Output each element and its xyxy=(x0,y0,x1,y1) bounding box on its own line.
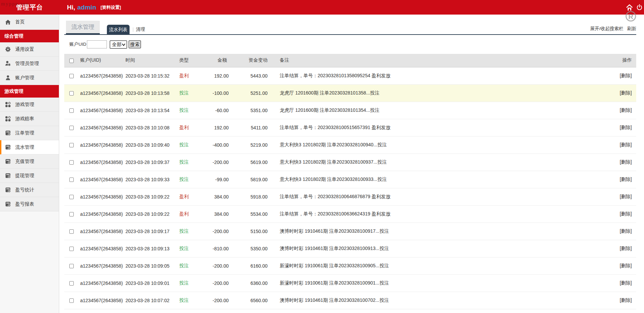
delete-link[interactable]: [删除] xyxy=(620,194,632,199)
col-account: 账户(UID) xyxy=(80,54,125,67)
row-checkbox[interactable] xyxy=(69,247,74,251)
sidebar-item-label: 充值管理 xyxy=(15,159,34,165)
row-checkbox[interactable] xyxy=(69,126,74,130)
cell-account: a1234567(2643858) xyxy=(80,188,125,205)
user-icon xyxy=(5,75,11,81)
gear-icon xyxy=(5,46,11,52)
delete-link[interactable]: [删除] xyxy=(620,107,632,113)
sidebar-item-home[interactable]: 首页 xyxy=(0,15,59,30)
table-row: a1234567(2643858) 2023-03-28 10:09:22 盈利… xyxy=(64,188,636,205)
card-icon xyxy=(5,159,11,164)
sidebar-item-general-settings[interactable]: 通用设置 xyxy=(0,42,59,57)
delete-link[interactable]: [删除] xyxy=(620,142,632,147)
search-button[interactable]: 搜索 xyxy=(129,40,141,48)
row-checkbox[interactable] xyxy=(69,143,74,147)
row-checkbox[interactable] xyxy=(69,281,74,286)
sidebar-item-game-manage[interactable]: 游戏管理 xyxy=(0,98,59,112)
cell-balance: 5619.00 xyxy=(229,153,268,171)
delete-link[interactable]: [删除] xyxy=(620,280,632,286)
row-checkbox[interactable] xyxy=(69,264,74,268)
cell-account: a1234567(2643858) xyxy=(80,205,125,223)
delete-link[interactable]: [删除] xyxy=(620,90,632,96)
delete-link[interactable]: [删除] xyxy=(620,159,632,165)
cell-type: 盈利 xyxy=(179,205,203,223)
home-icon[interactable] xyxy=(626,4,632,11)
sidebar-item-recharge-manage[interactable]: 充值管理 xyxy=(0,154,59,169)
power-icon[interactable] xyxy=(636,4,642,11)
sidebar-item-label: 盈亏统计 xyxy=(15,187,34,193)
cell-remark: 注单结算，单号：20230328101358095254 盈利发放 xyxy=(268,67,582,84)
table-row: a1234567(2643858) 2023-03-28 10:09:22 盈利… xyxy=(64,205,636,223)
type-filter-select[interactable]: 全部 xyxy=(110,40,127,49)
cell-type: 投注 xyxy=(179,274,203,292)
sidebar-item-label: 流水管理 xyxy=(15,144,34,150)
cell-account: a1234567(2643858) xyxy=(80,223,125,240)
cell-time: 2023-03-28 10:09:33 xyxy=(125,171,179,188)
sidebar-item-label: 首页 xyxy=(15,19,25,25)
cell-type: 盈利 xyxy=(179,119,203,136)
sidebar-item-withdraw-manage[interactable]: 提现管理 xyxy=(0,169,59,183)
sidebar-item-game-odds[interactable]: 游戏赔率 xyxy=(0,112,59,126)
cell-type: 投注 xyxy=(179,171,203,188)
cell-type: 投注 xyxy=(179,102,203,119)
profile-settings-link[interactable]: [资料设置] xyxy=(100,4,121,11)
cell-remark: 龙虎厅 1201600期 注单20230328101358...投注 xyxy=(268,84,582,102)
card-icon xyxy=(5,173,11,179)
tab-flow-list[interactable]: 流水列表 xyxy=(107,25,130,35)
cell-remark: 新濠时时彩 1910061期 注单20230328100901...投注 xyxy=(268,274,582,292)
username[interactable]: admin xyxy=(77,4,96,11)
cell-account: a1234567(2643858) xyxy=(80,102,125,119)
cell-account: a1234567(2643858) xyxy=(80,84,125,102)
delete-link[interactable]: [删除] xyxy=(620,125,632,130)
sidebar-item-profit-stats[interactable]: 盈亏统计 xyxy=(0,183,59,197)
row-checkbox[interactable] xyxy=(69,160,74,165)
cell-remark: 注单结算，单号：20230328100515657391 盈利发放 xyxy=(268,119,582,136)
delete-link[interactable]: [删除] xyxy=(620,73,632,78)
cell-amount: -99.00 xyxy=(203,171,229,188)
row-checkbox[interactable] xyxy=(69,91,74,96)
delete-link[interactable]: [删除] xyxy=(620,228,632,234)
sidebar-item-profit-report[interactable]: 盈亏报表 xyxy=(0,197,59,211)
cell-remark: 澳博时时彩 1910461期 注单20230328100702...投注 xyxy=(268,292,582,309)
tab-clean[interactable]: 清理 xyxy=(136,25,145,35)
row-checkbox[interactable] xyxy=(69,108,74,113)
cell-amount: 384.00 xyxy=(203,205,229,223)
table-row: a1234567(2643858) 2023-03-28 10:09:05 投注… xyxy=(64,257,636,274)
select-all-checkbox[interactable] xyxy=(69,59,74,63)
sidebar-item-admin-manage[interactable]: 管理员管理 xyxy=(0,57,59,71)
cell-amount: -60.00 xyxy=(203,102,229,119)
uid-input[interactable] xyxy=(87,40,107,48)
col-type: 类型 xyxy=(179,54,203,67)
cell-balance: 5443.00 xyxy=(229,67,268,84)
cell-amount: -200.00 xyxy=(203,292,229,309)
row-checkbox[interactable] xyxy=(69,298,74,303)
table-row: a1234567(2643858) 2023-03-28 10:09:33 投注… xyxy=(64,171,636,188)
cell-amount: -200.00 xyxy=(203,274,229,292)
delete-link[interactable]: [删除] xyxy=(620,176,632,182)
cell-account: a1234567(2643858) xyxy=(80,257,125,274)
row-checkbox[interactable] xyxy=(69,195,74,199)
table-row: a1234567(2643858) 2023-03-28 10:07:02 投注… xyxy=(64,292,636,309)
row-checkbox[interactable] xyxy=(69,178,74,182)
delete-link[interactable]: [删除] xyxy=(620,211,632,216)
row-checkbox[interactable] xyxy=(69,229,74,234)
delete-link[interactable]: [删除] xyxy=(620,297,632,303)
cell-time: 2023-03-28 10:13:58 xyxy=(125,84,179,102)
cell-time: 2023-03-28 10:10:08 xyxy=(125,119,179,136)
cell-amount: -200.00 xyxy=(203,153,229,171)
cell-time: 2023-03-28 10:15:32 xyxy=(125,67,179,84)
sidebar-item-account-manage[interactable]: 账户管理 xyxy=(0,71,59,85)
cell-type: 投注 xyxy=(179,84,203,102)
sidebar-item-label: 管理员管理 xyxy=(15,61,39,67)
cell-time: 2023-03-28 10:09:17 xyxy=(125,223,179,240)
delete-link[interactable]: [删除] xyxy=(620,263,632,268)
sidebar-item-bet-manage[interactable]: 注单管理 xyxy=(0,126,59,140)
cell-type: 投注 xyxy=(179,292,203,309)
cell-balance: 6560.00 xyxy=(229,292,268,309)
sidebar-item-flow-manage[interactable]: 流水管理 xyxy=(0,140,59,154)
row-checkbox[interactable] xyxy=(69,74,74,78)
cell-type: 盈利 xyxy=(179,188,203,205)
row-checkbox[interactable] xyxy=(69,212,74,216)
cell-remark: 意大利快3 1201802期 注单20230328100940...投注 xyxy=(268,136,582,153)
delete-link[interactable]: [删除] xyxy=(620,246,632,251)
